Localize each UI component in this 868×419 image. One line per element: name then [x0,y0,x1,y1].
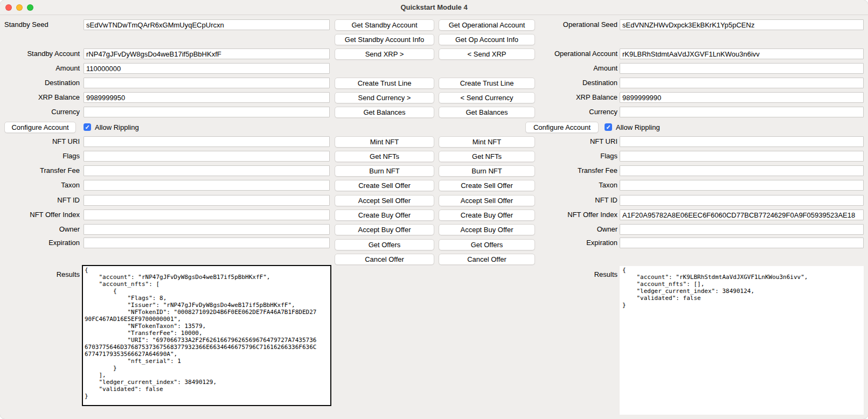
operational-destination-label: Destination [516,78,617,88]
operational-currency-input[interactable] [620,107,864,117]
standby-allow-rippling-checkbox[interactable]: ✓ [84,123,91,131]
standby-seed-input[interactable] [84,19,330,30]
standby-destination-input[interactable] [84,78,330,88]
operational-expiration-input[interactable] [620,238,864,248]
minimize-button[interactable] [16,4,23,11]
operational-allow-rippling-checkbox-row[interactable]: ✓ Allow Rippling [605,122,660,132]
operational-nft-offer-index-label: NFT Offer Index [516,210,617,220]
operational-nft-id-label: NFT ID [516,195,617,206]
standby-nft-uri-input[interactable] [84,136,330,147]
get-standby-account-info-button[interactable]: Get Standby Account Info [335,34,434,45]
operational-results-textarea[interactable]: { "account": "rK9LBRhStdmtAaVdJXGVF1LnKW… [620,266,864,415]
get-op-account-info-button[interactable]: Get Op Account Info [439,34,535,45]
operational-transfer-fee-input[interactable] [620,165,864,176]
operational-account-input[interactable] [620,48,864,59]
operational-xrp-balance-input[interactable] [620,92,864,103]
standby-currency-input[interactable] [84,107,330,117]
standby-create-buy-offer-button[interactable]: Create Buy Offer [335,210,434,221]
standby-destination-label: Destination [0,78,80,88]
standby-allow-rippling-label: Allow Rippling [95,123,139,131]
operational-taxon-label: Taxon [516,180,617,191]
standby-nft-id-input[interactable] [84,195,330,206]
operational-flags-label: Flags [516,151,617,162]
standby-account-label: Standby Account [0,48,80,59]
standby-accept-sell-offer-button[interactable]: Accept Sell Offer [335,195,434,206]
standby-amount-input[interactable] [84,63,330,74]
standby-transfer-fee-input[interactable] [84,165,330,176]
standby-get-offers-button[interactable]: Get Offers [335,239,434,250]
standby-results-label: Results [0,269,80,280]
operational-nft-id-input[interactable] [620,195,864,206]
standby-cancel-offer-button[interactable]: Cancel Offer [335,254,434,265]
standby-results-text: { "account": "rNP47gJFvDyW8gsDo4weB17if5… [85,267,329,400]
standby-owner-label: Owner [0,224,80,235]
standby-seed-label: Standby Seed [0,19,80,30]
standby-account-input[interactable] [84,48,330,59]
operational-seed-label: Operational Seed [516,19,617,30]
standby-allow-rippling-checkbox-row[interactable]: ✓ Allow Rippling [84,122,139,132]
standby-xrp-balance-input[interactable] [84,92,330,103]
standby-burn-nft-button[interactable]: Burn NFT [335,165,434,177]
operational-xrp-balance-label: XRP Balance [516,92,617,103]
operational-amount-input[interactable] [620,63,864,74]
operational-expiration-label: Expiration [516,238,617,248]
standby-nft-id-label: NFT ID [0,195,80,206]
operational-flags-input[interactable] [620,151,864,162]
standby-xrp-balance-label: XRP Balance [0,92,80,103]
operational-nft-offer-index-input[interactable] [620,210,864,220]
operational-allow-rippling-label: Allow Rippling [616,123,660,131]
operational-nft-uri-label: NFT URI [516,136,617,147]
operational-account-label: Operational Account [516,48,617,59]
operational-currency-label: Currency [516,107,617,117]
standby-expiration-input[interactable] [84,238,330,248]
standby-results-textarea[interactable]: { "account": "rNP47gJFvDyW8gsDo4weB17if5… [82,265,331,406]
operational-destination-input[interactable] [620,78,864,88]
standby-send-xrp-button[interactable]: Send XRP > [335,48,434,60]
standby-currency-label: Currency [0,107,80,117]
standby-nft-uri-label: NFT URI [0,136,80,147]
standby-accept-buy-offer-button[interactable]: Accept Buy Offer [335,224,434,235]
standby-get-balances-button[interactable]: Get Balances [335,107,434,118]
operational-cancel-offer-button[interactable]: Cancel Offer [439,254,535,265]
standby-nft-offer-index-label: NFT Offer Index [0,210,80,220]
standby-configure-account-button[interactable]: Configure Account [4,122,76,133]
standby-taxon-input[interactable] [84,180,330,191]
operational-allow-rippling-checkbox[interactable]: ✓ [605,123,612,131]
standby-mint-nft-button[interactable]: Mint NFT [335,136,434,148]
standby-flags-label: Flags [0,151,80,162]
standby-expiration-label: Expiration [0,238,80,248]
standby-nft-offer-index-input[interactable] [84,210,330,220]
get-standby-account-button[interactable]: Get Standby Account [335,19,434,31]
standby-send-currency-button[interactable]: Send Currency > [335,92,434,103]
operational-seed-input[interactable] [620,19,864,30]
operational-results-text: { "account": "rK9LBRhStdmtAaVdJXGVF1LnKW… [622,267,861,309]
operational-owner-input[interactable] [620,224,864,235]
operational-owner-label: Owner [516,224,617,235]
operational-taxon-input[interactable] [620,180,864,191]
titlebar: Quickstart Module 4 [0,0,868,15]
standby-get-nfts-button[interactable]: Get NFTs [335,151,434,162]
app-window: Quickstart Module 4 Standby Seed Standby… [0,0,868,419]
window-title: Quickstart Module 4 [0,0,868,15]
operational-results-label: Results [516,269,617,280]
zoom-button[interactable] [27,4,33,11]
operational-amount-label: Amount [516,63,617,74]
operational-configure-account-button[interactable]: Configure Account [525,122,599,133]
close-button[interactable] [5,4,12,11]
operational-transfer-fee-label: Transfer Fee [516,165,617,176]
standby-create-trust-line-button[interactable]: Create Trust Line [335,78,434,89]
standby-flags-input[interactable] [84,151,330,162]
standby-taxon-label: Taxon [0,180,80,191]
standby-transfer-fee-label: Transfer Fee [0,165,80,176]
standby-create-sell-offer-button[interactable]: Create Sell Offer [335,180,434,191]
operational-nft-uri-input[interactable] [620,136,864,147]
standby-owner-input[interactable] [84,224,330,235]
standby-amount-label: Amount [0,63,80,74]
